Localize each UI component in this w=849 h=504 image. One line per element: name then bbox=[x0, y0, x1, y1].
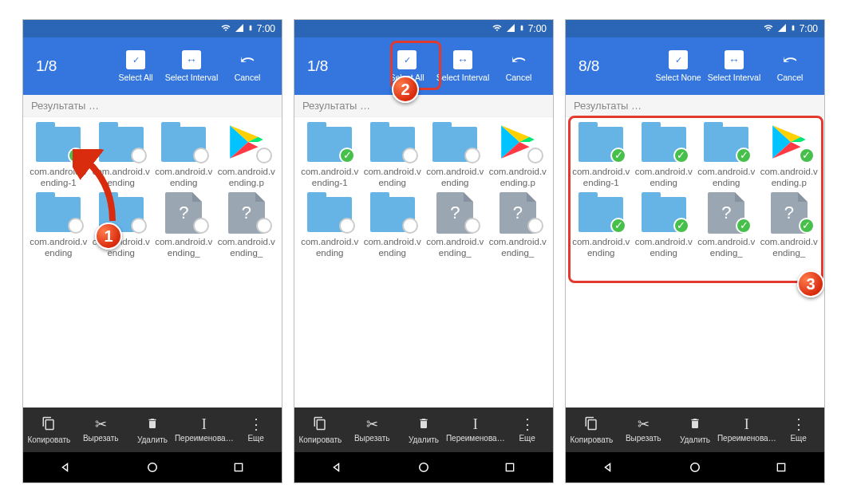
file-item[interactable]: ✓com.android.vending-1 bbox=[571, 120, 632, 189]
nav-bar bbox=[566, 452, 824, 482]
file-item[interactable]: com.android.vending bbox=[424, 120, 486, 189]
copy-button[interactable]: Копировать bbox=[567, 416, 615, 444]
file-item[interactable]: com.android.vending bbox=[362, 120, 424, 189]
nav-home-button[interactable] bbox=[413, 456, 435, 478]
nav-recent-button[interactable] bbox=[770, 456, 792, 478]
selection-marker[interactable]: ✓ bbox=[339, 148, 355, 163]
more-icon: ⋮ bbox=[792, 417, 806, 431]
nav-home-button[interactable] bbox=[141, 456, 164, 478]
selection-marker[interactable]: ✓ bbox=[673, 218, 689, 234]
selection-marker[interactable] bbox=[193, 148, 209, 163]
rename-button[interactable]: IПереименова… bbox=[180, 417, 228, 443]
nav-recent-button[interactable] bbox=[227, 456, 250, 478]
file-item[interactable]: ✓com.android.vending bbox=[571, 191, 632, 259]
select-all-button[interactable]: ✓ Select All bbox=[108, 50, 164, 82]
rename-button[interactable]: IПереименова… bbox=[723, 417, 771, 443]
delete-button[interactable]: Удалить bbox=[671, 416, 719, 444]
selection-marker[interactable] bbox=[402, 148, 418, 163]
file-item[interactable]: ✓com.android.vending bbox=[696, 120, 757, 189]
nav-back-button[interactable] bbox=[326, 456, 349, 478]
selection-marker[interactable] bbox=[464, 218, 480, 234]
breadcrumb[interactable]: Результаты … bbox=[294, 95, 553, 117]
cut-button[interactable]: ✂Вырезать bbox=[77, 417, 124, 443]
select-interval-label: Select Interval bbox=[165, 73, 219, 82]
file-item[interactable]: com.android.vending bbox=[28, 191, 89, 259]
cut-label: Вырезать bbox=[626, 434, 661, 443]
check-icon: ✓ bbox=[669, 50, 688, 69]
select-none-button[interactable]: ✓ Select None bbox=[650, 50, 706, 82]
selection-marker[interactable]: ✓ bbox=[736, 218, 752, 234]
delete-button[interactable]: Удалить bbox=[400, 416, 448, 444]
nav-recent-button[interactable] bbox=[499, 456, 521, 478]
more-button[interactable]: ⋮Еще bbox=[232, 417, 280, 443]
selection-marker[interactable] bbox=[131, 218, 147, 234]
svg-point-1 bbox=[148, 463, 157, 472]
cut-icon: ✂ bbox=[95, 417, 107, 431]
file-name: com.android.vending bbox=[634, 167, 695, 189]
interval-icon: ↔ bbox=[725, 50, 744, 69]
selection-marker[interactable]: ✓ bbox=[736, 148, 752, 163]
rename-button[interactable]: IПереименова… bbox=[452, 417, 500, 443]
file-item[interactable]: ?com.android.vending_ bbox=[216, 191, 278, 259]
breadcrumb[interactable]: Результаты … bbox=[566, 95, 824, 117]
selection-marker[interactable] bbox=[527, 218, 543, 234]
selection-marker[interactable]: ✓ bbox=[610, 218, 626, 234]
file-item[interactable]: com.android.vending.p bbox=[488, 120, 549, 189]
file-item[interactable]: com.android.vending bbox=[362, 191, 424, 259]
selection-marker[interactable] bbox=[464, 148, 480, 163]
copy-label: Копировать bbox=[298, 435, 342, 444]
file-item[interactable]: com.android.vending bbox=[91, 120, 152, 189]
file-item[interactable]: com.android.vending bbox=[299, 191, 361, 259]
nav-home-button[interactable] bbox=[684, 456, 706, 478]
file-name: com.android.vending.p bbox=[759, 167, 820, 189]
file-item[interactable]: ✓com.android.vending.p bbox=[759, 120, 820, 189]
file-item[interactable]: ✓com.android.vending-1 bbox=[299, 120, 361, 189]
file-item[interactable]: com.android.vending.p bbox=[216, 120, 278, 189]
file-item[interactable]: com.android.vending bbox=[153, 120, 215, 189]
svg-rect-2 bbox=[235, 463, 242, 471]
selection-marker[interactable] bbox=[527, 148, 543, 163]
selection-marker[interactable] bbox=[68, 218, 84, 234]
selection-marker[interactable] bbox=[256, 218, 272, 234]
file-item[interactable]: ?com.android.vending_ bbox=[153, 191, 215, 259]
select-interval-button[interactable]: ↔ Select Interval bbox=[435, 50, 491, 82]
select-interval-button[interactable]: ↔ Select Interval bbox=[706, 50, 762, 82]
file-item[interactable]: ✓com.android.vending bbox=[634, 120, 695, 189]
cut-button[interactable]: ✂Вырезать bbox=[348, 417, 396, 443]
selection-marker[interactable] bbox=[256, 148, 272, 163]
cut-button[interactable]: ✂Вырезать bbox=[619, 417, 667, 443]
file-item[interactable]: ?com.android.vending_ bbox=[488, 191, 549, 259]
rename-label: Переименова… bbox=[175, 434, 234, 443]
file-item[interactable]: ?com.android.vending_ bbox=[424, 191, 486, 259]
delete-button[interactable]: Удалить bbox=[128, 416, 176, 444]
selection-marker[interactable]: ✓ bbox=[673, 148, 689, 163]
selection-toolbar: 1/8 ✓ Select All ↔ Select Interval ⤺ Can… bbox=[23, 37, 282, 95]
breadcrumb[interactable]: Результаты … bbox=[23, 95, 282, 117]
more-button[interactable]: ⋮Еще bbox=[503, 417, 551, 443]
selection-marker[interactable]: ✓ bbox=[799, 148, 815, 163]
file-item[interactable]: ?✓com.android.vending_ bbox=[696, 191, 757, 259]
cancel-button[interactable]: ⤺ Cancel bbox=[491, 50, 547, 82]
more-button[interactable]: ⋮Еще bbox=[775, 417, 823, 443]
delete-label: Удалить bbox=[409, 435, 439, 444]
clock-label: 7:00 bbox=[257, 23, 275, 34]
file-item[interactable]: ✓com.android.vending bbox=[634, 191, 695, 259]
file-name: com.android.vending-1 bbox=[299, 167, 361, 189]
nav-back-button[interactable] bbox=[55, 456, 77, 478]
selection-marker[interactable] bbox=[193, 218, 209, 234]
copy-button[interactable]: 1Копировать bbox=[25, 416, 73, 444]
nav-back-button[interactable] bbox=[598, 456, 620, 478]
file-item[interactable]: ✓com.android.vending-1 bbox=[28, 120, 89, 189]
selection-marker[interactable] bbox=[402, 218, 418, 234]
selection-marker[interactable]: ✓ bbox=[610, 148, 626, 163]
select-interval-button[interactable]: ↔ Select Interval bbox=[164, 50, 219, 82]
selection-marker[interactable] bbox=[131, 148, 147, 163]
selection-marker[interactable]: ✓ bbox=[799, 218, 815, 234]
selection-marker[interactable] bbox=[339, 218, 355, 234]
svg-text:1: 1 bbox=[47, 421, 50, 428]
cancel-button[interactable]: ⤺ Cancel bbox=[762, 50, 818, 82]
copy-button[interactable]: Копировать bbox=[296, 416, 344, 444]
cancel-button[interactable]: ⤺ Cancel bbox=[219, 50, 275, 82]
file-item[interactable]: ?✓com.android.vending_ bbox=[759, 191, 820, 259]
selection-marker[interactable]: ✓ bbox=[68, 148, 84, 163]
